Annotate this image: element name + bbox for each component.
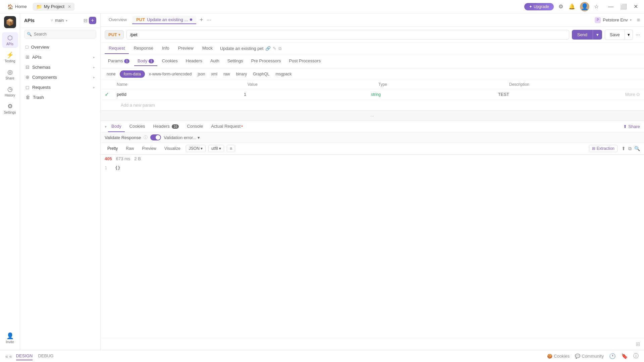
collapse-sidebar-btn[interactable]: « « [5, 354, 12, 359]
body-tab-settings[interactable]: Settings [224, 56, 247, 66]
body-tab-preprocessors[interactable]: Pre Processors [248, 56, 284, 66]
extraction-button[interactable]: ⊞ Extraction [589, 145, 618, 152]
req-tab-mock[interactable]: Mock [198, 43, 217, 54]
grid-icon-button[interactable]: ⊞ [636, 341, 640, 347]
body-tab-params[interactable]: Params 1 [105, 56, 133, 66]
fmt-visualize[interactable]: Visualize [162, 145, 183, 152]
validate-toggle[interactable] [150, 134, 161, 140]
body-tab-postprocessors[interactable]: Post Processors [286, 56, 324, 66]
bottom-info-button[interactable]: ⓘ [633, 353, 639, 360]
bottom-tab-design[interactable]: DESIGN [16, 352, 33, 360]
more-tabs-button[interactable]: ··· [207, 17, 211, 23]
save-dropdown-button[interactable]: ▾ [625, 29, 633, 40]
more-options-button[interactable]: ··· [636, 32, 640, 38]
upgrade-button[interactable]: ✦ Upgrade [524, 3, 554, 10]
minimize-button[interactable]: — [606, 3, 615, 10]
fmt-raw[interactable]: Raw [123, 145, 137, 152]
resp-tab-headers[interactable]: Headers 16 [150, 121, 182, 132]
project-tab[interactable]: 📁 My Project ✕ [33, 3, 74, 11]
collapse-button[interactable]: ≡ [637, 17, 640, 23]
row-value[interactable]: 1 [244, 92, 371, 97]
req-tab-info[interactable]: Info [158, 43, 173, 54]
link-icon[interactable]: 🔗 [265, 46, 271, 51]
bottom-bookmark-button[interactable]: 🔖 [621, 353, 628, 359]
format-x-www[interactable]: x-www-form-urlencoded [147, 71, 194, 77]
row-name[interactable]: petId [117, 92, 244, 97]
body-tab-cookies[interactable]: Cookies [159, 56, 181, 66]
filter-button[interactable]: ⊟ [84, 17, 88, 24]
format-json[interactable]: json [196, 71, 207, 77]
format-binary[interactable]: binary [234, 71, 249, 77]
send-dropdown-button[interactable]: ▾ [593, 30, 602, 40]
format-none[interactable]: none [105, 71, 118, 77]
format-form-data[interactable]: form-data [120, 70, 145, 78]
format-xml[interactable]: xml [209, 71, 219, 77]
branch-label[interactable]: main [55, 18, 64, 23]
body-tab-auth[interactable]: Auth [207, 56, 223, 66]
copy-icon-btn[interactable]: ⧉ [278, 46, 281, 51]
sidebar-item-apis[interactable]: ⬡ APIs [2, 32, 18, 48]
resp-tab-console[interactable]: Console [183, 121, 206, 132]
resp-tab-body[interactable]: Body [108, 121, 125, 132]
fmt-preview[interactable]: Preview [139, 145, 159, 152]
search-input[interactable] [24, 30, 96, 39]
req-tab-response[interactable]: Response [129, 43, 157, 54]
nav-item-components[interactable]: ⊕ Components ▸ [20, 72, 100, 82]
share-button[interactable]: ⬆ Share [623, 124, 640, 129]
nav-item-apis[interactable]: ⊞ APIs ▸ [20, 52, 100, 62]
sidebar-item-invite[interactable]: 👤 Invite [2, 330, 18, 346]
send-button[interactable]: Send [572, 30, 593, 40]
active-page-tab[interactable]: PUT Update an existing ... [132, 16, 196, 24]
row-description[interactable]: TEST [498, 92, 625, 97]
copy-response-button[interactable]: ⧉ [628, 146, 632, 152]
maximize-button[interactable]: ⬜ [618, 3, 629, 10]
req-tab-request[interactable]: Request [105, 43, 129, 54]
save-button[interactable]: Save [605, 29, 625, 40]
bottom-cookies-link[interactable]: 🍪 Cookies [547, 354, 570, 359]
encoding-select[interactable]: utf8 ▾ [208, 145, 224, 152]
bottom-community-link[interactable]: 💬 Community [575, 354, 604, 359]
avatar[interactable]: 👤 [580, 2, 589, 11]
bottom-clock-button[interactable]: 🕐 [609, 353, 616, 359]
row-check-icon[interactable]: ✓ [105, 91, 117, 98]
url-input[interactable] [126, 30, 569, 40]
fmt-pretty[interactable]: Pretty [105, 145, 120, 152]
code-editor[interactable]: 1 {} [101, 163, 644, 338]
bookmark-icon-btn[interactable]: ☆ [593, 3, 599, 10]
bottom-tab-debug[interactable]: DEBUG [38, 352, 53, 360]
wrap-button[interactable]: ≡ [227, 145, 235, 152]
method-select[interactable]: PUT ▾ [105, 30, 124, 39]
resp-tab-actual-request[interactable]: Actual Request• [208, 121, 246, 132]
env-selector[interactable]: P Petstore Env ▾ [592, 16, 634, 24]
nav-item-schemas[interactable]: ⊟ Schemas ▸ [20, 62, 100, 72]
format-raw[interactable]: raw [221, 71, 232, 77]
close-button[interactable]: ✕ [632, 3, 640, 10]
sidebar-item-share[interactable]: ◎ Share [2, 66, 18, 82]
search-response-button[interactable]: 🔍 [634, 146, 640, 151]
add-param-row[interactable]: Add a new param [101, 100, 644, 110]
add-tab-button[interactable]: + [198, 16, 205, 23]
home-tab[interactable]: 🏠 Home [4, 3, 30, 11]
resp-tab-cookies[interactable]: Cookies [126, 121, 149, 132]
collapse-response-icon[interactable]: ▾ [105, 124, 107, 129]
edit-icon[interactable]: ✎ [273, 46, 276, 51]
nav-item-trash[interactable]: 🗑 Trash [20, 92, 100, 102]
branch-dropdown-icon[interactable]: ▾ [66, 19, 67, 22]
overview-page-tab[interactable]: Overview [105, 16, 131, 24]
add-button[interactable]: + [89, 17, 96, 24]
body-tab-body[interactable]: Body 1 [134, 56, 157, 66]
nav-item-overview[interactable]: □ Overview [20, 42, 100, 52]
settings-icon-btn[interactable]: ⚙ [558, 3, 564, 10]
divider-bar[interactable]: ··· [101, 110, 644, 121]
json-format-select[interactable]: JSON ▾ [186, 145, 206, 152]
sidebar-item-testing[interactable]: ⚡ Testing [2, 49, 18, 65]
row-more-icon[interactable]: More ⊙ [625, 92, 640, 97]
format-msgpack[interactable]: msgpack [274, 71, 294, 77]
validation-error-section[interactable]: Validation error... ▾ [164, 135, 200, 140]
req-tab-preview[interactable]: Preview [174, 43, 198, 54]
body-tab-headers[interactable]: Headers [182, 56, 206, 66]
export-button[interactable]: ⬆ [622, 146, 626, 151]
format-graphql[interactable]: GraphQL [251, 71, 271, 77]
sidebar-item-settings[interactable]: ⚙ Settings [2, 101, 18, 116]
project-close-icon[interactable]: ✕ [68, 4, 71, 9]
